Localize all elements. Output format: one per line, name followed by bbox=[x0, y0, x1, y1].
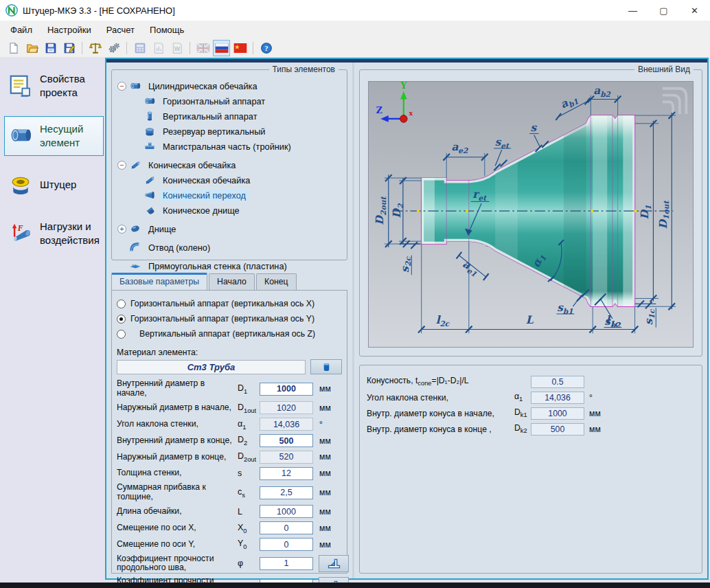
tree-item-label: Коническое днище bbox=[160, 205, 242, 216]
sidebar-item-1[interactable]: Несущий элемент bbox=[4, 116, 104, 157]
save-as-file-button[interactable] bbox=[60, 40, 78, 56]
tree-item-6[interactable]: Коническая обечайка bbox=[116, 172, 345, 188]
tree-item-3[interactable]: Резервуар вертикальный bbox=[116, 124, 345, 139]
tree-item-2[interactable]: Вертикальный аппарат bbox=[116, 109, 345, 124]
report-button bbox=[150, 40, 167, 56]
parameter-row: Внутренний диаметр в конце,D2500мм bbox=[117, 433, 342, 449]
tee-icon bbox=[144, 141, 156, 152]
tree-item-8[interactable]: Коническое днище bbox=[116, 203, 345, 218]
parameter-unit: мм bbox=[313, 436, 342, 446]
open-file-button[interactable] bbox=[23, 40, 41, 56]
menu-item-0[interactable]: Файл bbox=[3, 22, 40, 38]
sidebar-item-2[interactable]: Штуцер bbox=[4, 166, 104, 204]
radio-unchecked-icon[interactable] bbox=[117, 299, 126, 308]
preview-canvas[interactable]: D2outD2s2cl2cLl1cD1D1outs1cae2setsab1ab2… bbox=[368, 81, 694, 348]
parameter-input[interactable]: 2,5 bbox=[260, 486, 313, 499]
taskbar-strip bbox=[0, 583, 710, 588]
toolbar-separator bbox=[190, 42, 190, 54]
menu-item-2[interactable]: Расчет bbox=[99, 22, 142, 38]
tree-item-1[interactable]: Горизонтальный аппарат bbox=[116, 93, 345, 109]
parameter-symbol: cs bbox=[238, 487, 260, 499]
sidebar-item-0[interactable]: Свойства проекта bbox=[4, 66, 104, 106]
parameter-input: 1020 bbox=[260, 401, 313, 414]
flag-cn-button[interactable] bbox=[231, 40, 249, 56]
cone-transition-icon bbox=[144, 190, 156, 201]
units-scales-button[interactable] bbox=[87, 40, 104, 56]
parameter-unit: мм bbox=[313, 540, 342, 550]
parameter-row: Толщина стенки,s12мм bbox=[117, 465, 342, 482]
new-file-button[interactable] bbox=[5, 40, 22, 56]
orientation-option-2[interactable]: Вертикальный аппарат (вертикальная ось Z… bbox=[117, 326, 342, 341]
parameter-unit: мм bbox=[313, 507, 342, 517]
tree-item-5[interactable]: −Коническая обечайка bbox=[116, 157, 345, 172]
calculator-icon bbox=[134, 42, 146, 54]
orientation-option-1[interactable]: Горизонтальный аппарат (вертикальная ось… bbox=[117, 311, 342, 326]
minimize-button[interactable]: — bbox=[617, 0, 648, 21]
axis-z-label: Z bbox=[376, 105, 382, 115]
parameter-symbol: φ bbox=[238, 558, 260, 568]
tree-item-9[interactable]: +Днище bbox=[116, 221, 345, 236]
save-file-button[interactable] bbox=[42, 40, 59, 56]
cylinder-h-icon bbox=[144, 95, 156, 106]
menu-item-1[interactable]: Настройки bbox=[40, 22, 99, 38]
parameter-symbol: X0 bbox=[238, 523, 260, 534]
tree-toggle-minus-icon[interactable]: − bbox=[117, 161, 126, 170]
word-report-button: W bbox=[168, 40, 185, 56]
main-area: Свойства проектаНесущий элементШтуцерFНа… bbox=[0, 58, 710, 583]
cone-info-row: Угол наклона стенки,α114,036° bbox=[367, 389, 695, 405]
tree-item-label: Магистральная часть (тройник) bbox=[160, 141, 294, 152]
cone-info-label: Внутр. диаметр конуса в начале, bbox=[367, 409, 514, 418]
help-button[interactable]: ? bbox=[257, 40, 275, 56]
tree-item-4[interactable]: Магистральная часть (тройник) bbox=[116, 139, 345, 154]
cylinder-v-icon bbox=[144, 111, 156, 122]
tree-toggle-minus-icon[interactable]: − bbox=[117, 82, 126, 91]
radio-checked-icon[interactable] bbox=[117, 315, 126, 324]
cone-info-value: 500 bbox=[531, 423, 584, 436]
tree-item-11[interactable]: Прямоугольная стенка (пластина) bbox=[116, 258, 345, 273]
parameter-label: Длина обечайки, bbox=[117, 507, 238, 517]
parameter-symbol: D1 bbox=[238, 383, 260, 395]
cone-icon bbox=[129, 159, 141, 170]
element-types-tree: −Цилиндрическая обечайкаГоризонтальный а… bbox=[112, 70, 347, 276]
tree-item-7[interactable]: Конический переход bbox=[116, 188, 345, 203]
tree-item-label: Резервуар вертикальный bbox=[160, 126, 268, 137]
flag-cn-icon bbox=[233, 43, 247, 53]
cone-info-row: Конусность, tcone=|D₁-D₂|/L0.5 bbox=[367, 374, 695, 389]
loads-icon: F bbox=[7, 220, 34, 247]
parameter-input[interactable]: 1000 bbox=[260, 383, 313, 396]
cone-info-box: Конусность, tcone=|D₁-D₂|/L0.5Угол накло… bbox=[359, 365, 702, 574]
parameter-input[interactable]: 0 bbox=[260, 538, 313, 551]
parameter-input[interactable]: 0 bbox=[260, 521, 313, 534]
material-db-button[interactable] bbox=[310, 359, 342, 374]
menu-item-3[interactable]: Помощь bbox=[142, 22, 192, 38]
tree-item-0[interactable]: −Цилиндрическая обечайка bbox=[116, 78, 345, 93]
cone-info-value: 1000 bbox=[531, 407, 584, 420]
parameter-input[interactable]: 1000 bbox=[260, 505, 313, 518]
tree-toggle-plus-icon[interactable]: + bbox=[117, 225, 126, 234]
parameter-input[interactable]: 1 bbox=[260, 557, 313, 570]
plate-icon bbox=[129, 260, 141, 271]
flag-ru-button[interactable] bbox=[213, 40, 230, 56]
nozzle-icon bbox=[7, 172, 34, 198]
parameter-symbol: Y0 bbox=[238, 539, 260, 550]
maximize-button[interactable]: ▢ bbox=[648, 0, 679, 21]
radio-unchecked-icon[interactable] bbox=[117, 330, 126, 339]
elbow-icon bbox=[129, 242, 141, 253]
orientation-option-0[interactable]: Горизонтальный аппарат (вертикальная ось… bbox=[117, 296, 342, 311]
parameter-row: Угол наклона стенки,α114,036° bbox=[117, 416, 342, 433]
radio-label: Вертикальный аппарат (вертикальная ось Z… bbox=[139, 329, 315, 339]
flag-ru-icon bbox=[215, 43, 229, 53]
sidebar-item-3[interactable]: FНагрузки и воздействия bbox=[4, 214, 104, 254]
cone-info-row: Внутр. диаметр конуса в конце ,Dk2500мм bbox=[367, 421, 695, 437]
parameter-input[interactable]: 12 bbox=[260, 467, 313, 480]
tree-item-label: Прямоугольная стенка (пластина) bbox=[146, 260, 290, 272]
cone-info-symbol: Dk1 bbox=[514, 407, 531, 418]
app-logo-icon bbox=[5, 4, 18, 16]
close-button[interactable]: ✕ bbox=[679, 0, 710, 21]
material-field[interactable]: Ст3 Труба bbox=[117, 360, 306, 374]
weld-strength-button[interactable] bbox=[319, 555, 349, 572]
tree-item-10[interactable]: Отвод (колено) bbox=[116, 240, 345, 255]
word-report-icon: W bbox=[171, 42, 183, 54]
settings-gears-button[interactable] bbox=[105, 40, 122, 56]
parameter-input[interactable]: 500 bbox=[260, 434, 313, 447]
